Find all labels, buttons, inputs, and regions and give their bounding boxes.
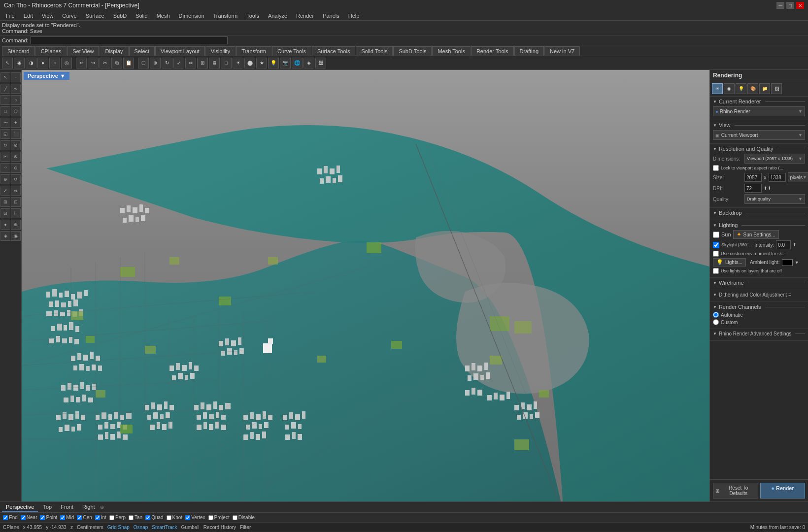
lock-aspect-checkbox[interactable] bbox=[713, 165, 719, 171]
toolbar-btn-light[interactable]: 💡 bbox=[268, 58, 279, 68]
toolbar-btn-cam[interactable]: 📷 bbox=[280, 58, 291, 68]
quality-dropdown[interactable]: Draft quality ▼ bbox=[744, 194, 805, 204]
snap-knot-checkbox[interactable] bbox=[167, 515, 171, 520]
tab-new-v7[interactable]: New in V7 bbox=[544, 46, 580, 56]
tool-loft[interactable]: ⊘ bbox=[11, 140, 21, 150]
toolbar-btn-array[interactable]: ⊞ bbox=[197, 58, 208, 68]
menu-dimension[interactable]: Dimension bbox=[175, 12, 208, 20]
tab-visibility[interactable]: Visibility bbox=[205, 46, 236, 56]
add-viewport-button[interactable]: ⊕ bbox=[100, 504, 104, 510]
toolbar-btn-3dface[interactable]: ⬡ bbox=[138, 58, 149, 68]
size-height-input[interactable] bbox=[769, 173, 786, 182]
dimensions-dropdown[interactable]: Viewport (2057 x 1338) ▼ bbox=[744, 154, 805, 164]
toolbar-btn-box[interactable]: □ bbox=[221, 58, 232, 68]
tool-group[interactable]: ⊟ bbox=[11, 197, 21, 207]
menu-edit[interactable]: Edit bbox=[20, 12, 37, 20]
toolbar-btn-wire[interactable]: ○ bbox=[49, 58, 60, 68]
tool-fillet[interactable]: ⌔ bbox=[0, 163, 10, 173]
tool-mirror2[interactable]: ⇔ bbox=[11, 186, 21, 196]
viewport-area[interactable]: Perspective ▼ bbox=[22, 70, 709, 501]
tab-render-tools[interactable]: Render Tools bbox=[471, 46, 514, 56]
tool-rotate[interactable]: ↺ bbox=[11, 174, 21, 184]
toolbar-btn-scale[interactable]: ⤢ bbox=[173, 58, 184, 68]
tool-line[interactable]: ╱ bbox=[0, 84, 10, 94]
menu-tools[interactable]: Tools bbox=[242, 12, 263, 20]
vp-tab-top[interactable]: Top bbox=[39, 503, 56, 512]
toolbar-btn-ghost[interactable]: ◎ bbox=[61, 58, 72, 68]
tab-display[interactable]: Display bbox=[100, 46, 128, 56]
snap-near-checkbox[interactable] bbox=[21, 515, 26, 520]
tab-solid-tools[interactable]: Solid Tools bbox=[356, 46, 393, 56]
menu-file[interactable]: File bbox=[2, 12, 19, 20]
tool-curve[interactable]: ∿ bbox=[11, 84, 21, 94]
toolbar-btn-mirror[interactable]: ⇔ bbox=[185, 58, 196, 68]
toolbar-btn-img[interactable]: 🖼 bbox=[315, 58, 326, 68]
render-icon-camera[interactable]: 🎨 bbox=[747, 83, 758, 94]
render-button[interactable]: ● Render bbox=[760, 483, 806, 499]
toolbar-btn-sun[interactable]: ☀ bbox=[233, 58, 243, 68]
maximize-button[interactable]: □ bbox=[786, 2, 794, 9]
toolbar-btn-star[interactable]: ★ bbox=[256, 58, 267, 68]
osnap-label[interactable]: Osnap bbox=[134, 525, 148, 530]
toolbar-btn-ball[interactable]: ⬤ bbox=[244, 58, 255, 68]
render-channels-header[interactable]: ▼ Render Channels bbox=[713, 304, 805, 310]
command-input[interactable] bbox=[31, 36, 228, 44]
tool-scale2[interactable]: ⤢ bbox=[0, 186, 10, 196]
menu-help[interactable]: Help bbox=[344, 12, 364, 20]
tool-snap[interactable]: ⊡ bbox=[0, 208, 10, 218]
city-view[interactable] bbox=[22, 70, 709, 501]
tab-subd-tools[interactable]: SubD Tools bbox=[393, 46, 432, 56]
toolbar-btn-circle[interactable]: ◉ bbox=[14, 58, 25, 68]
tool-extra2[interactable]: ◉ bbox=[11, 231, 21, 241]
toolbar-btn-shaded[interactable]: ◑ bbox=[26, 58, 36, 68]
toolbar-btn-copy[interactable]: ⧉ bbox=[111, 58, 122, 68]
tab-curve-tools[interactable]: Curve Tools bbox=[272, 46, 311, 56]
snap-tan-checkbox[interactable] bbox=[129, 515, 134, 520]
render-icon-material[interactable]: ◉ bbox=[724, 83, 735, 94]
custom-radio[interactable] bbox=[713, 319, 719, 325]
menu-panels[interactable]: Panels bbox=[319, 12, 343, 20]
intensity-stepper[interactable]: ⬆ bbox=[793, 242, 797, 247]
toolbar-btn-cut[interactable]: ✂ bbox=[100, 58, 110, 68]
snap-vertex-checkbox[interactable] bbox=[185, 515, 190, 520]
dpi-input[interactable] bbox=[744, 184, 762, 193]
snap-cen-checkbox[interactable] bbox=[77, 515, 82, 520]
wireframe-header[interactable]: ▼ Wireframe bbox=[713, 280, 805, 286]
tool-trim[interactable]: ✂ bbox=[0, 152, 10, 162]
viewport-label[interactable]: Perspective ▼ bbox=[24, 72, 69, 80]
toolbar-btn-undo[interactable]: ↩ bbox=[76, 58, 87, 68]
smarttrack-label[interactable]: SmartTrack bbox=[152, 525, 177, 530]
use-lights-checkbox[interactable] bbox=[713, 268, 719, 274]
lighting-header[interactable]: ▼ Lighting bbox=[713, 222, 805, 228]
view-dropdown[interactable]: ▣ Current Viewport ▼ bbox=[713, 130, 805, 140]
resolution-header[interactable]: ▼ Resolution and Quality bbox=[713, 146, 805, 152]
tab-drafting[interactable]: Drafting bbox=[514, 46, 544, 56]
renderer-dropdown[interactable]: ● Rhino Render ▼ bbox=[713, 106, 805, 116]
custom-env-checkbox[interactable] bbox=[713, 251, 719, 257]
gumball-label[interactable]: Gumball bbox=[181, 525, 200, 530]
tool-render2[interactable]: ● bbox=[0, 220, 10, 230]
snap-perp-checkbox[interactable] bbox=[109, 515, 114, 520]
toolbar-btn-move[interactable]: ⊕ bbox=[150, 58, 161, 68]
menu-view[interactable]: View bbox=[38, 12, 58, 20]
window-controls[interactable]: ─ □ ✕ bbox=[776, 2, 804, 9]
tool-freeform[interactable]: 〜 bbox=[0, 118, 10, 128]
menu-subd[interactable]: SubD bbox=[109, 12, 131, 20]
tab-standard[interactable]: Standard bbox=[2, 46, 35, 56]
dpi-stepper[interactable]: ⬆⬇ bbox=[764, 186, 772, 191]
render-icon-light[interactable]: 💡 bbox=[736, 83, 746, 94]
tool-revolve[interactable]: ↻ bbox=[0, 140, 10, 150]
grid-snap-label[interactable]: Grid Snap bbox=[107, 525, 130, 530]
toolbar-btn-rotate[interactable]: ↻ bbox=[162, 58, 172, 68]
tool-poly[interactable]: ⬡ bbox=[11, 106, 21, 116]
filter-label[interactable]: Filter bbox=[240, 525, 251, 530]
render-icon-env[interactable]: 📁 bbox=[759, 83, 770, 94]
menu-render[interactable]: Render bbox=[292, 12, 318, 20]
current-renderer-header[interactable]: ▼ Current Renderer bbox=[713, 99, 805, 104]
view-header[interactable]: ▼ View bbox=[713, 122, 805, 128]
tool-misc[interactable]: ⊛ bbox=[11, 220, 21, 230]
menu-surface[interactable]: Surface bbox=[82, 12, 108, 20]
menu-transform[interactable]: Transform bbox=[209, 12, 242, 20]
backdrop-header[interactable]: ▼ Backdrop bbox=[713, 210, 805, 216]
vp-tab-perspective[interactable]: Perspective bbox=[2, 503, 38, 512]
